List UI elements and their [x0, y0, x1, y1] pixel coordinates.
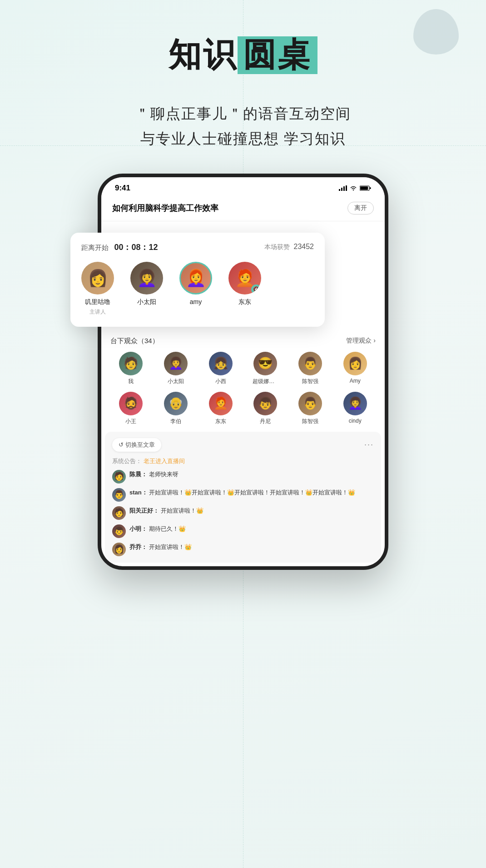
card-top: 距离开始 00：08：12 本场获赞 23452 — [81, 242, 314, 253]
chat-text-yangguang: 开始宣讲啦！👑 — [161, 507, 203, 514]
subtitle-line2: 与专业人士碰撞思想 学习知识 — [135, 126, 351, 151]
chat-messages: 系统公告： 老王进入直播间 🧑 陈晨： 老师快来呀 — [112, 457, 374, 556]
audience-item-xiaotaiyang: 👩‍🦱 小太阳 — [155, 352, 197, 385]
speaker-item-4: 🧑‍🦰 🔇 东东 — [228, 262, 261, 306]
chat-name-chenchen: 陈晨： — [129, 471, 147, 478]
audience-label: 台下观众（34） — [110, 337, 159, 345]
chat-avatar-yangguang: 🧑 — [112, 506, 126, 520]
svg-rect-0 — [339, 189, 340, 191]
audience-item-xiaowang: 🧔 小王 — [110, 392, 152, 425]
subtitle-area: ＂聊点正事儿＂的语音互动空间 与专业人士碰撞思想 学习知识 — [135, 101, 351, 151]
audience-section: 台下观众（34） 管理观众 › 🧑 我 👩‍🦱 — [101, 330, 385, 432]
chat-text-stan: 开始宣讲啦！👑开始宣讲啦！👑开始宣讲啦！开始宣讲啦！👑开始宣讲啦！👑 — [149, 489, 355, 496]
speaker-avatar-4: 🧑‍🦰 🔇 — [228, 262, 261, 294]
audience-avatar-5: 👨 — [298, 352, 322, 375]
chat-content-stan: stan： 开始宣讲啦！👑开始宣讲啦！👑开始宣讲啦！开始宣讲啦！👑开始宣讲啦！👑 — [129, 488, 374, 497]
likes-value: 23452 — [294, 243, 314, 250]
audience-avatar-11: 👨 — [298, 392, 322, 415]
leave-button[interactable]: 离开 — [347, 202, 374, 215]
room-header: 如何利用脑科学提高工作效率 离开 — [101, 196, 385, 221]
likes-label: 本场获赞 — [264, 243, 290, 250]
audience-avatar-9: 🧑‍🦰 — [209, 392, 233, 415]
chat-avatar-qiaoqiao: 👩 — [112, 543, 126, 556]
audience-item-chenzhiqiang2: 👨 陈智强 — [290, 392, 331, 425]
subtitle-line1: ＂聊点正事儿＂的语音互动空间 — [135, 101, 351, 126]
speaker-name-1: 叽里咕噜 — [85, 298, 110, 306]
audience-item-me: 🧑 我 — [110, 352, 152, 385]
battery-icon — [360, 185, 371, 191]
speaker-item-1: 👩 叽里咕噜 主讲人 — [81, 262, 114, 316]
audience-item-nali: 😎 超级娜丽… — [245, 352, 286, 385]
chat-name-qiaoqiao: 乔乔： — [129, 544, 147, 550]
audience-name-3: 小西 — [215, 378, 226, 385]
timer-section: 距离开始 00：08：12 — [81, 242, 158, 253]
mute-badge: 🔇 — [251, 284, 261, 294]
audience-avatar-10: 👦 — [253, 392, 277, 415]
svg-rect-6 — [360, 186, 368, 190]
audience-avatar-7: 🧔 — [119, 392, 143, 415]
chat-name-xiaoming: 小明： — [129, 525, 147, 532]
audience-avatar-4: 😎 — [253, 352, 277, 375]
chat-name-yangguang: 阳关正好： — [129, 507, 159, 514]
audience-item-cindy: 👩‍🦱 cindy — [334, 392, 376, 425]
status-bar: 9:41 — [101, 177, 385, 196]
audience-name-4: 超级娜丽… — [253, 378, 278, 385]
speaker-item-2: 👩‍🦱 小太阳 — [130, 262, 163, 306]
chat-text-chenchen: 老师快来呀 — [149, 471, 179, 478]
title-highlight: 圆桌 — [238, 36, 317, 74]
chat-avatar-chenchen: 🧑 — [112, 470, 126, 484]
main-title: 知识圆桌 — [169, 36, 317, 74]
speakers-row: 👩 叽里咕噜 主讲人 👩‍🦱 小太阳 👩‍🦰 amy — [81, 262, 314, 316]
more-dots[interactable]: ··· — [364, 440, 374, 449]
speaker-name-2: 小太阳 — [137, 298, 156, 306]
audience-item-chenzhiqiang1: 👨 陈智强 — [290, 352, 331, 385]
audience-item-amy: 👩 Amy — [334, 352, 376, 385]
page-content: 知识圆桌 ＂聊点正事儿＂的语音互动空间 与专业人士碰撞思想 学习知识 距离开始 … — [0, 0, 486, 570]
chat-avatar-stan: 👨 — [112, 488, 126, 502]
speaker-avatar-2: 👩‍🦱 — [130, 262, 163, 294]
speaker-name-3: amy — [190, 298, 202, 305]
svg-rect-1 — [341, 188, 342, 191]
audience-avatar-2: 👩‍🦱 — [164, 352, 188, 375]
signal-icon — [339, 185, 347, 191]
audience-name-5: 陈智强 — [302, 378, 318, 385]
audience-name-10: 丹尼 — [260, 418, 271, 425]
timer-value: 00：08：12 — [114, 243, 158, 252]
audience-name-9: 东东 — [215, 418, 226, 425]
chat-toolbar: ↺ 切换至文章 ··· — [112, 438, 374, 452]
status-icons — [339, 185, 371, 191]
audience-name-6: Amy — [350, 378, 361, 384]
room-title: 如何利用脑科学提高工作效率 — [112, 203, 218, 214]
wifi-icon — [350, 185, 357, 191]
speaker-name-4: 东东 — [238, 298, 251, 306]
audience-avatar-8: 👴 — [164, 392, 188, 415]
audience-item-dongdong: 🧑‍🦰 东东 — [200, 392, 241, 425]
speaker-role-1: 主讲人 — [89, 308, 106, 316]
likes-section: 本场获赞 23452 — [264, 243, 314, 251]
phone-wrapper: 距离开始 00：08：12 本场获赞 23452 👩 叽里咕噜 主讲人 — [84, 174, 402, 570]
audience-avatar-12: 👩‍🦱 — [343, 392, 367, 415]
svg-rect-2 — [343, 186, 345, 191]
audience-name-me: 我 — [128, 378, 134, 385]
switch-to-article-button[interactable]: ↺ 切换至文章 — [112, 438, 161, 452]
status-time: 9:41 — [115, 184, 130, 193]
manage-link[interactable]: 管理观众 › — [346, 337, 376, 345]
floating-card: 距离开始 00：08：12 本场获赞 23452 👩 叽里咕噜 主讲人 — [70, 233, 325, 327]
system-highlight: 老王进入直播间 — [144, 458, 185, 464]
title-area: 知识圆桌 — [169, 36, 317, 74]
chat-content-xiaoming: 小明： 期待已久！👑 — [129, 524, 374, 534]
audience-avatar-3: 👧 — [209, 352, 233, 375]
chat-name-stan: stan： — [129, 489, 148, 496]
audience-name-12: cindy — [349, 418, 362, 424]
chat-msg-stan: 👨 stan： 开始宣讲啦！👑开始宣讲啦！👑开始宣讲啦！开始宣讲啦！👑开始宣讲啦… — [112, 488, 374, 502]
chat-content-qiaoqiao: 乔乔： 开始宣讲啦！👑 — [129, 543, 374, 552]
audience-item-xiaoxi: 👧 小西 — [200, 352, 241, 385]
speaker-avatar-1: 👩 — [81, 262, 114, 294]
chat-text-qiaoqiao: 开始宣讲啦！👑 — [149, 544, 192, 550]
audience-header: 台下观众（34） 管理观众 › — [110, 337, 376, 345]
chat-content-chenchen: 陈晨： 老师快来呀 — [129, 470, 374, 479]
system-label: 系统公告： — [112, 458, 142, 464]
chat-msg-yangguang: 🧑 阳关正好： 开始宣讲啦！👑 — [112, 506, 374, 520]
audience-name-8: 李伯 — [170, 418, 181, 425]
chat-msg-chenchen: 🧑 陈晨： 老师快来呀 — [112, 470, 374, 484]
